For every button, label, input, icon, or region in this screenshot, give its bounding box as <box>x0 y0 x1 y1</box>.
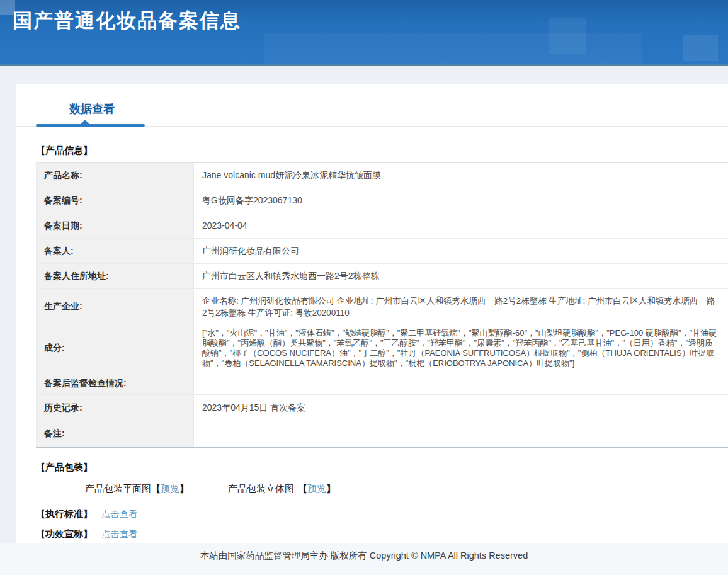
bracket-close: 】 <box>179 483 189 495</box>
packaging-stereo-preview-link[interactable]: 预览 <box>307 483 326 495</box>
row-value <box>194 421 728 447</box>
row-label: 备案编号: <box>37 188 194 213</box>
table-row-remarks: 备注: <box>37 421 728 447</box>
row-label: 备案日期: <box>37 213 194 238</box>
row-value: 粤G妆网备字2023067130 <box>194 188 728 213</box>
row-value: 2023-04-04 <box>194 213 728 238</box>
row-value: 广州市白云区人和镇秀水塘西一路2号2栋整栋 <box>194 264 728 288</box>
row-value: 企业名称: 广州润研化妆品有限公司 企业地址: 广州市白云区人和镇秀水塘西一路2… <box>194 289 728 324</box>
packaging-stereo-group: 产品包装立体图 【 预览 】 <box>228 483 336 495</box>
table-row-product-name: 产品名称: Jane volcanic mud妍泥冷泉冰泥精华抗皱面膜 <box>37 163 728 188</box>
row-label: 历史记录: <box>37 395 194 421</box>
row-label: 备案人住所地址: <box>37 264 194 288</box>
exec-standard-view-link[interactable]: 点击查看 <box>101 508 138 520</box>
bracket-open: 【 <box>298 483 307 495</box>
table-row-supervision-check: 备案后监督检查情况: <box>37 372 728 395</box>
packaging-flat-group: 产品包装平面图 【 预览 】 <box>85 483 189 495</box>
efficacy-claim-section: 【功效宣称】 点击查看 <box>36 528 728 540</box>
section-title-exec-standard: 【执行标准】 <box>36 508 93 520</box>
efficacy-claim-view-link[interactable]: 点击查看 <box>101 528 138 540</box>
row-value: ["水"，"火山泥"，"甘油"，"液体石蜡"，"鲸蜡硬脂醇"，"聚二甲基硅氧烷"… <box>194 324 728 372</box>
tab-data-view[interactable]: 数据查看 <box>69 101 115 117</box>
page-footer: 本站由国家药品监督管理局主办 版权所有 Copyright © NMPA All… <box>0 543 728 575</box>
row-value: 广州润研化妆品有限公司 <box>194 239 728 263</box>
section-title-packaging: 【产品包装】 <box>36 462 728 474</box>
row-value <box>194 372 728 394</box>
table-row-manufacturer: 生产企业: 企业名称: 广州润研化妆品有限公司 企业地址: 广州市白云区人和镇秀… <box>37 289 728 324</box>
bracket-open: 【 <box>151 483 161 495</box>
footer-copyright: 本站由国家药品监督管理局主办 版权所有 Copyright © NMPA All… <box>200 550 528 562</box>
tab-active-indicator <box>36 124 145 127</box>
exec-standard-section: 【执行标准】 点击查看 <box>36 508 728 520</box>
packaging-previews: 产品包装平面图 【 预览 】 产品包装立体图 【 预览 】 <box>85 483 728 495</box>
table-row-registration-date: 备案日期: 2023-04-04 <box>37 213 728 239</box>
row-value: Jane volcanic mud妍泥冷泉冰泥精华抗皱面膜 <box>194 163 728 188</box>
content-card: 数据查看 【产品信息】 产品名称: Jane volcanic mud妍泥冷泉冰… <box>16 84 728 543</box>
table-row-ingredients: 成分: ["水"，"火山泥"，"甘油"，"液体石蜡"，"鲸蜡硬脂醇"，"聚二甲基… <box>37 324 728 372</box>
packaging-stereo-label: 产品包装立体图 <box>228 483 294 495</box>
product-info-table: 产品名称: Jane volcanic mud妍泥冷泉冰泥精华抗皱面膜 备案编号… <box>36 162 728 448</box>
table-row-registrant-address: 备案人住所地址: 广州市白云区人和镇秀水塘西一路2号2栋整栋 <box>37 264 728 289</box>
row-label: 成分: <box>37 324 194 372</box>
header-decor-band <box>264 33 642 66</box>
row-label: 备案人: <box>37 239 194 263</box>
page-title: 国产普通化妆品备案信息 <box>13 8 241 34</box>
row-label: 备案后监督检查情况: <box>37 372 194 394</box>
row-label: 产品名称: <box>37 163 194 188</box>
section-title-product-info: 【产品信息】 <box>36 145 728 157</box>
section-title-efficacy-claim: 【功效宣称】 <box>36 528 93 540</box>
packaging-flat-label: 产品包装平面图 <box>85 483 151 495</box>
row-value: 2023年04月15日 首次备案 <box>194 395 728 421</box>
header-decor-square <box>683 35 718 61</box>
table-row-registration-number: 备案编号: 粤G妆网备字2023067130 <box>37 188 728 213</box>
tab-bar: 数据查看 <box>16 84 728 128</box>
page-header: 国产普通化妆品备案信息 <box>0 0 728 66</box>
row-label: 备注: <box>37 421 194 447</box>
packaging-flat-preview-link[interactable]: 预览 <box>161 483 179 495</box>
table-row-history: 历史记录: 2023年04月15日 首次备案 <box>37 395 728 421</box>
table-row-registrant: 备案人: 广州润研化妆品有限公司 <box>37 239 728 264</box>
bracket-close: 】 <box>326 483 336 495</box>
row-label: 生产企业: <box>37 289 194 324</box>
tab-active-arrow-icon <box>80 120 90 125</box>
